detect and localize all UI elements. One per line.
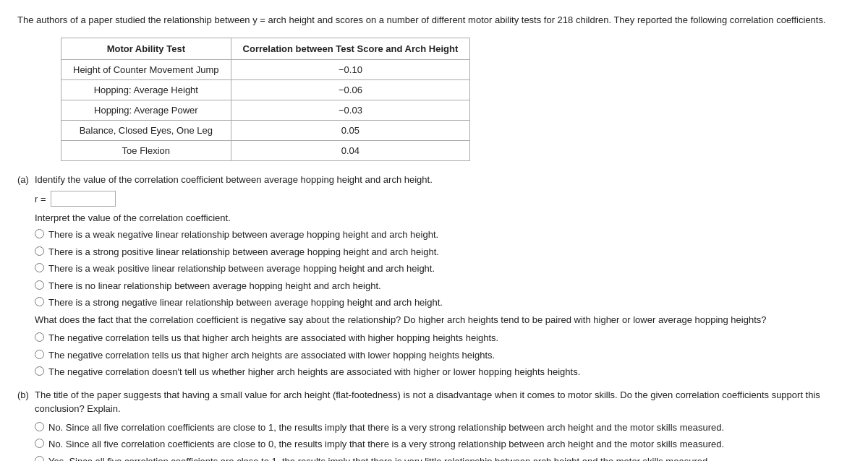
- what-radio-0[interactable]: [35, 332, 44, 342]
- table-row-test: Height of Counter Movement Jump: [61, 59, 231, 79]
- correlation-table-container: Motor Ability Test Correlation between T…: [61, 38, 851, 161]
- part-a-option-2: There is a weak positive linear relation…: [35, 262, 851, 276]
- part-a-option-label-1: There is a strong positive linear relati…: [48, 245, 439, 259]
- part-a-option-3: There is no linear relationship between …: [35, 279, 851, 293]
- what-radio-2[interactable]: [35, 366, 44, 376]
- part-b-radio-2[interactable]: [35, 456, 44, 462]
- table-row-corr: −0.06: [231, 79, 470, 100]
- part-a-option-label-2: There is a weak positive linear relation…: [48, 262, 435, 276]
- what-radio-1[interactable]: [35, 350, 44, 359]
- part-a-radio-0[interactable]: [35, 229, 44, 238]
- table-row-corr: −0.03: [231, 100, 470, 120]
- part-b-letter: (b): [17, 388, 32, 402]
- part-b-option-1: No. Since all five correlation coefficie…: [35, 437, 851, 452]
- part-b-option-label-2: Yes. Since all five correlation coeffici…: [48, 454, 710, 462]
- part-b-option-0: No. Since all five correlation coefficie…: [35, 421, 851, 435]
- part-a-option-0: There is a weak negative linear relation…: [35, 228, 851, 242]
- col1-header: Motor Ability Test: [61, 38, 231, 59]
- what-options-container: The negative correlation tells us that h…: [17, 331, 851, 379]
- table-row-test: Toe Flexion: [61, 140, 231, 160]
- part-a-radio-2[interactable]: [35, 263, 44, 272]
- r-label: r =: [35, 194, 46, 204]
- part-a: (a) Identify the value of the correlatio…: [17, 173, 851, 379]
- part-b-radio-1[interactable]: [35, 439, 44, 448]
- part-a-option-label-3: There is no linear relationship between …: [48, 279, 381, 293]
- part-b-option-label-1: No. Since all five correlation coefficie…: [48, 437, 724, 452]
- r-input[interactable]: [51, 191, 116, 207]
- col2-header: Correlation between Test Score and Arch …: [231, 38, 470, 59]
- table-row-test: Hopping: Average Power: [61, 100, 231, 120]
- table-row-corr: 0.04: [231, 140, 470, 160]
- table-row-test: Hopping: Average Height: [61, 79, 231, 100]
- table-row-test: Balance, Closed Eyes, One Leg: [61, 120, 231, 140]
- what-option-label-0: The negative correlation tells us that h…: [48, 331, 498, 345]
- interpret-label: Interpret the value of the correlation c…: [35, 212, 851, 223]
- part-b-question: The title of the paper suggests that hav…: [35, 388, 851, 416]
- part-a-option-label-0: There is a weak negative linear relation…: [48, 228, 438, 242]
- table-row-corr: −0.10: [231, 59, 470, 79]
- table-row-corr: 0.05: [231, 120, 470, 140]
- part-b-options-container: No. Since all five correlation coefficie…: [17, 421, 851, 462]
- part-b-radio-0[interactable]: [35, 422, 44, 431]
- what-option-1: The negative correlation tells us that h…: [35, 348, 851, 363]
- correlation-table: Motor Ability Test Correlation between T…: [61, 38, 470, 161]
- part-a-radio-4[interactable]: [35, 297, 44, 306]
- part-a-radio-3[interactable]: [35, 280, 44, 290]
- part-a-option-4: There is a strong negative linear relati…: [35, 296, 851, 310]
- what-option-label-1: The negative correlation tells us that h…: [48, 348, 495, 363]
- part-b-option-2: Yes. Since all five correlation coeffici…: [35, 454, 851, 462]
- intro-text: The authors of a paper studied the relat…: [17, 13, 851, 27]
- part-b: (b) The title of the paper suggests that…: [17, 388, 851, 462]
- part-a-option-label-4: There is a strong negative linear relati…: [48, 296, 443, 310]
- part-b-option-label-0: No. Since all five correlation coefficie…: [48, 421, 724, 435]
- part-a-question: Identify the value of the correlation co…: [35, 173, 433, 187]
- part-a-options-container: There is a weak negative linear relation…: [17, 228, 851, 310]
- part-a-option-1: There is a strong positive linear relati…: [35, 245, 851, 259]
- what-option-label-2: The negative correlation doesn't tell us…: [48, 365, 580, 379]
- what-does-label: What does the fact that the correlation …: [35, 313, 851, 327]
- what-option-0: The negative correlation tells us that h…: [35, 331, 851, 345]
- part-a-letter: (a): [17, 173, 32, 187]
- part-a-radio-1[interactable]: [35, 246, 44, 256]
- what-option-2: The negative correlation doesn't tell us…: [35, 365, 851, 379]
